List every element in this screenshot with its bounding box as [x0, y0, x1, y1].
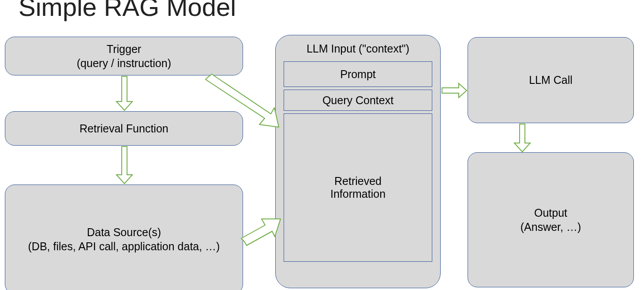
svg-marker-0	[116, 76, 132, 110]
box-datasources: Data Source(s) (DB, files, API call, app…	[5, 185, 243, 290]
box-output-line1: Output	[534, 206, 567, 220]
box-prompt-label: Prompt	[340, 68, 376, 81]
arrow-retrieval-to-datasources	[116, 147, 132, 184]
box-prompt: Prompt	[284, 61, 432, 87]
svg-marker-4	[442, 83, 467, 98]
arrow-llmcall-to-output	[514, 124, 530, 152]
box-query-context: Query Context	[284, 90, 432, 111]
box-retrieved-line2: Information	[330, 188, 386, 200]
box-datasources-line2: (DB, files, API call, application data, …	[28, 239, 220, 254]
svg-marker-3	[241, 219, 281, 245]
box-llm-call: LLM Call	[468, 37, 634, 123]
svg-marker-1	[116, 147, 132, 184]
arrow-context-to-llmcall	[442, 83, 467, 98]
box-retrieval-label: Retrieval Function	[79, 121, 168, 136]
box-retrieved-info: Retrieved Information	[284, 113, 432, 262]
context-title: LLM Input ("context")	[284, 42, 432, 55]
box-output: Output (Answer, …)	[468, 152, 634, 287]
svg-marker-5	[514, 124, 530, 152]
box-trigger-line2: (query / instruction)	[77, 56, 171, 71]
arrow-datasources-to-context	[241, 219, 281, 245]
box-query-context-label: Query Context	[322, 94, 393, 107]
box-llm-input-context: LLM Input ("context") Prompt Query Conte…	[275, 35, 441, 288]
box-trigger-line1: Trigger	[107, 42, 141, 56]
box-output-line2: (Answer, …)	[520, 220, 581, 234]
box-trigger: Trigger (query / instruction)	[5, 37, 243, 75]
box-retrieved-line1: Retrieved	[334, 175, 382, 188]
box-datasources-line1: Data Source(s)	[87, 225, 161, 240]
box-llm-call-label: LLM Call	[529, 73, 573, 87]
box-retrieval: Retrieval Function	[5, 111, 243, 146]
diagram-title: Simple RAG Model	[19, 0, 236, 22]
arrow-trigger-to-retrieval	[116, 76, 132, 110]
